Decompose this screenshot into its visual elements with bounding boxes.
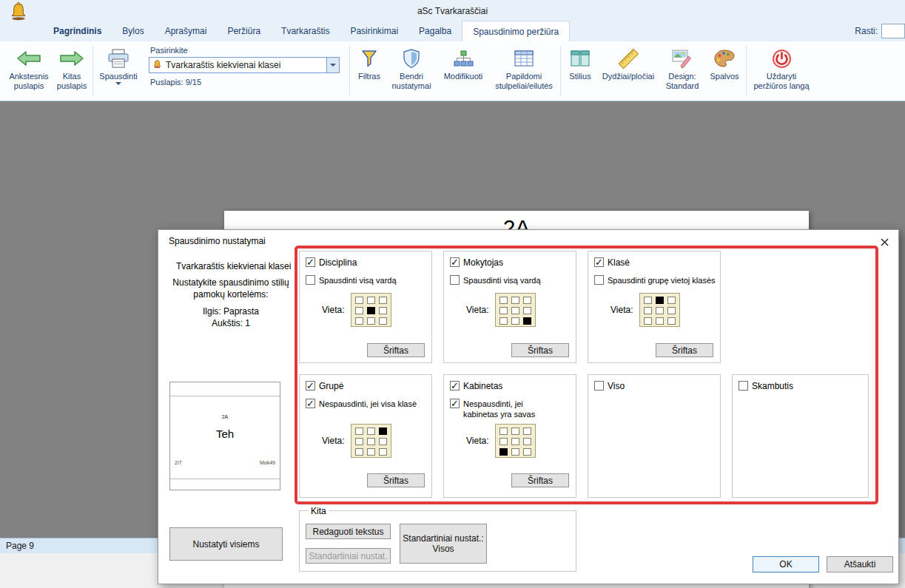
tab-pasirinkimai[interactable]: Pasirinkimai <box>340 21 408 41</box>
select-caption: Pasirinkite <box>150 46 340 55</box>
page-counter: Puslapis: 9/15 <box>150 78 340 87</box>
tab-pagrindinis[interactable]: Pagrindinis <box>43 21 112 41</box>
ok-button[interactable]: OK <box>753 556 819 572</box>
tab-pagalba[interactable]: Pagalba <box>408 21 462 41</box>
viso-checkbox[interactable] <box>594 381 604 391</box>
panel-disciplina: Disciplina Spausdinti visą vardą Vieta: … <box>299 251 432 363</box>
close-icon <box>881 238 889 246</box>
cancel-button[interactable]: Atšaukti <box>827 556 893 572</box>
tab-spausdinimo-perziura[interactable]: Spausdinimo peržiūra <box>462 21 570 41</box>
arrow-right-icon <box>59 46 84 71</box>
grupe-font-button[interactable]: Šriftas <box>367 473 425 487</box>
kabinetas-checkbox[interactable] <box>450 381 460 391</box>
screen: aSc Tvarkaraščiai Pagrindinis Bylos Apra… <box>0 0 905 588</box>
height-info: Aukštis: 1 <box>167 318 295 328</box>
kabinetas-position-grid[interactable] <box>495 424 536 458</box>
tab-perziura[interactable]: Peržiūra <box>217 21 271 41</box>
palette-icon <box>714 46 735 71</box>
klase-group-checkbox[interactable] <box>594 275 604 285</box>
kabinetas-font-button[interactable]: Šriftas <box>511 473 569 487</box>
ribbon-separator <box>746 46 747 96</box>
find-box: Rasti: <box>855 21 905 41</box>
lesson-card: 2A Teh 2/7 Mok49 <box>170 396 280 479</box>
print-caret-icon <box>115 82 121 85</box>
standard-settings-all-button[interactable]: Standartiniai nustat.: Visos <box>400 524 487 564</box>
combo-bell-icon <box>152 58 162 72</box>
panel-viso: Viso <box>588 374 721 498</box>
funnel-icon <box>360 46 378 71</box>
card-preview: 2A Teh 2/7 Mok49 <box>169 382 280 490</box>
panel-klase: Klasė Spausdinti grupę vietoj klasės Vie… <box>588 251 721 363</box>
schedule-type-combobox[interactable]: Tvarkaraštis kiekvienai klasei <box>149 57 340 73</box>
design-button[interactable]: Design: Standard <box>659 44 705 92</box>
print-settings-dialog: Spausdinimo nustatymai Tvarkaraštis kiek… <box>158 229 899 584</box>
klase-checkbox[interactable] <box>594 257 604 267</box>
dialog-schedule-type: Tvarkaraštis kiekvienai klasei <box>176 261 291 271</box>
dialog-close-button[interactable] <box>878 235 891 249</box>
print-button[interactable]: Spausdinti <box>95 44 141 87</box>
colors-button[interactable]: Spalvos <box>705 44 744 83</box>
mokytojas-checkbox[interactable] <box>450 257 460 267</box>
extra-columns-button[interactable]: Papildomi stulpeliai/eilutės <box>490 44 558 92</box>
kita-group-label: Kita <box>308 506 329 516</box>
panel-mokytojas: Mokytojas Spausdinti visą vardą Vieta: Š… <box>443 251 576 363</box>
mokytojas-full-name-checkbox[interactable] <box>450 275 460 285</box>
dialog-instruction: Nustatykite spausdinimo stilių pamokų ko… <box>167 277 295 300</box>
disciplina-position-grid[interactable] <box>351 293 391 327</box>
arrow-left-icon <box>16 46 41 71</box>
close-preview-button[interactable]: Uždaryti peržiūros langą <box>749 44 814 92</box>
status-page-indicator: Page 9 <box>6 541 34 551</box>
sizes-button[interactable]: Dydžiai/pločiai <box>597 44 659 83</box>
disciplina-checkbox[interactable] <box>306 257 315 267</box>
previous-page-button[interactable]: Ankstesnis puslapis <box>4 44 53 92</box>
klase-position-grid[interactable] <box>639 293 680 327</box>
tab-aprasymai[interactable]: Aprašymai <box>155 21 218 41</box>
ribbon-separator <box>92 46 93 96</box>
panel-skambutis: Skambutis <box>732 374 869 498</box>
grup e-position-grid[interactable] <box>351 424 391 458</box>
edit-texts-button[interactable]: Redaguoti tekstus <box>306 524 391 539</box>
ruler-icon <box>617 46 639 71</box>
find-label: Rasti: <box>855 26 878 36</box>
power-icon <box>772 46 792 71</box>
find-input[interactable] <box>881 24 905 38</box>
kita-group: Kita Redaguoti tekstus Standartiniai nus… <box>299 510 576 572</box>
tab-bylos[interactable]: Bylos <box>112 21 154 41</box>
schedule-select-group: Pasirinkite Tvarkaraštis kiekvienai klas… <box>141 44 347 87</box>
style-windows-icon <box>571 46 590 71</box>
disciplina-full-name-checkbox[interactable] <box>306 275 315 285</box>
printer-icon <box>107 46 129 71</box>
dialog-title: Spausdinimo nustatymai <box>169 236 266 246</box>
filter-button[interactable]: Filtras <box>352 44 386 83</box>
mokytojas-font-button[interactable]: Šriftas <box>511 343 569 357</box>
tab-tvarkarastis[interactable]: Tvarkaraštis <box>271 21 340 41</box>
org-chart-icon <box>454 46 474 71</box>
shield-icon <box>403 46 420 71</box>
kabinetas-skip-checkbox[interactable] <box>450 399 460 408</box>
style-button[interactable]: Stilius <box>563 44 597 83</box>
ribbon-separator <box>560 46 561 96</box>
combo-arrow-icon[interactable] <box>326 58 339 72</box>
ribbon-tabs: Pagrindinis Bylos Aprašymai Peržiūra Tva… <box>0 21 905 41</box>
modify-button[interactable]: Modifikuoti <box>437 44 490 83</box>
panel-kabinetas: Kabinetas Nespausdinti, jei kabinetas yr… <box>443 374 576 498</box>
table-grid-icon <box>514 46 534 71</box>
skambutis-checkbox[interactable] <box>739 381 748 391</box>
length-info: Ilgis: Paprasta <box>167 306 295 317</box>
next-page-button[interactable]: Kitas puslapis <box>53 44 90 92</box>
ribbon-toolbar: Ankstesnis puslapis Kitas puslapis Spaus… <box>0 41 905 101</box>
window-title: aSc Tvarkaraščiai <box>0 6 905 16</box>
mokytojas-position-grid[interactable] <box>495 293 536 327</box>
ribbon-separator <box>349 46 350 96</box>
grupe-checkbox[interactable] <box>306 381 315 391</box>
disciplina-font-button[interactable]: Šriftas <box>367 343 425 357</box>
general-settings-button[interactable]: Bendri nustatymai <box>386 44 437 92</box>
set-for-all-button[interactable]: Nustatyti visiems <box>169 527 283 561</box>
standard-settings-button: Standartiniai nustat. <box>306 548 391 564</box>
design-picture-icon <box>672 46 693 71</box>
klase-font-button[interactable]: Šriftas <box>656 343 713 357</box>
grupe-skip-checkbox[interactable] <box>306 399 315 408</box>
panel-grupe: Grupė Nespausdinti, jei visa klasė Vieta… <box>299 374 432 498</box>
titlebar: aSc Tvarkaraščiai <box>0 0 905 21</box>
